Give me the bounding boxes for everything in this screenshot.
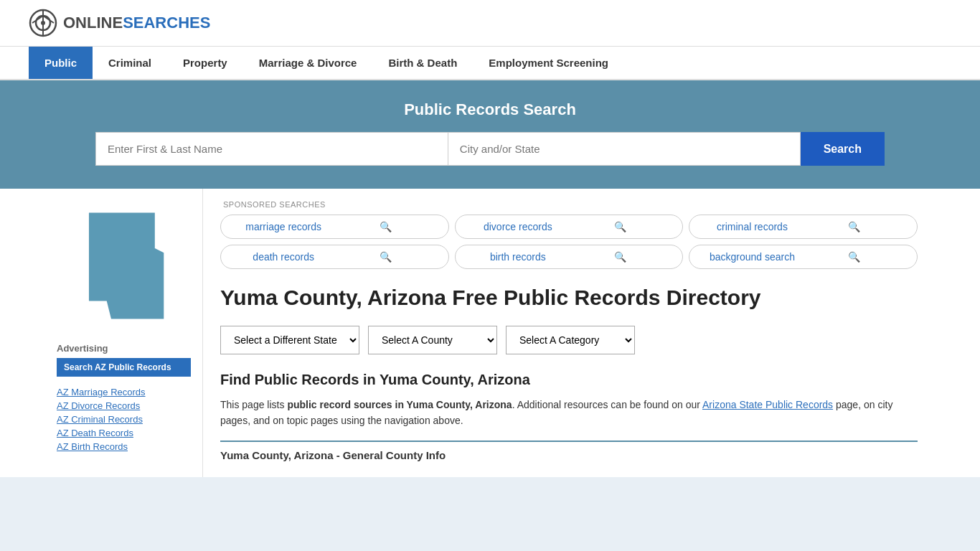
nav-item-employment[interactable]: Employment Screening bbox=[473, 47, 624, 79]
advertising-label: Advertising bbox=[57, 343, 191, 354]
sidebar: Advertising Search AZ Public Records AZ … bbox=[45, 189, 203, 477]
search-form: Search bbox=[95, 132, 885, 166]
search-icon-divorce: 🔍 bbox=[569, 221, 671, 232]
search-banner: Public Records Search Search bbox=[0, 80, 980, 189]
search-button[interactable]: Search bbox=[801, 132, 885, 166]
location-input[interactable] bbox=[448, 132, 801, 166]
dropdown-row: Select a Different State Select A County… bbox=[220, 326, 918, 354]
nav-item-marriage-divorce[interactable]: Marriage & Divorce bbox=[243, 47, 373, 79]
right-content: SPONSORED SEARCHES marriage records 🔍 di… bbox=[203, 189, 935, 477]
sponsored-tag-background[interactable]: background search 🔍 bbox=[689, 245, 918, 269]
logo-text: ONLINESEARCHES bbox=[63, 14, 210, 32]
county-info-header: Yuma County, Arizona - General County In… bbox=[220, 441, 918, 466]
main-content: Advertising Search AZ Public Records AZ … bbox=[45, 189, 935, 477]
svg-marker-6 bbox=[88, 212, 164, 320]
main-nav: Public Criminal Property Marriage & Divo… bbox=[0, 47, 980, 80]
sidebar-link-marriage[interactable]: AZ Marriage Records bbox=[57, 385, 191, 399]
nav-item-criminal[interactable]: Criminal bbox=[93, 47, 167, 79]
sponsored-label: SPONSORED SEARCHES bbox=[220, 200, 918, 209]
name-input[interactable] bbox=[95, 132, 448, 166]
sidebar-link-criminal[interactable]: AZ Criminal Records bbox=[57, 413, 191, 426]
page-title: Yuma County, Arizona Free Public Records… bbox=[220, 283, 918, 311]
search-icon-background: 🔍 bbox=[804, 251, 905, 263]
nav-item-birth-death[interactable]: Birth & Death bbox=[372, 47, 473, 79]
state-dropdown[interactable]: Select a Different State bbox=[220, 326, 359, 354]
sidebar-links: AZ Marriage Records AZ Divorce Records A… bbox=[57, 385, 191, 453]
sponsored-tag-death[interactable]: death records 🔍 bbox=[220, 245, 449, 269]
arizona-map bbox=[70, 203, 178, 329]
search-icon-death: 🔍 bbox=[334, 251, 436, 263]
logo[interactable]: ONLINESEARCHES bbox=[29, 9, 210, 37]
nav-item-public[interactable]: Public bbox=[29, 47, 93, 79]
sidebar-link-divorce[interactable]: AZ Divorce Records bbox=[57, 399, 191, 413]
logo-icon bbox=[29, 9, 57, 37]
search-az-button[interactable]: Search AZ Public Records bbox=[57, 358, 191, 377]
sponsored-tag-marriage[interactable]: marriage records 🔍 bbox=[220, 215, 449, 239]
find-desc: This page lists public record sources in… bbox=[220, 397, 918, 429]
sponsored-tag-divorce[interactable]: divorce records 🔍 bbox=[455, 215, 684, 239]
svg-point-5 bbox=[41, 21, 45, 25]
search-icon-criminal: 🔍 bbox=[804, 221, 905, 232]
sidebar-link-birth[interactable]: AZ Birth Records bbox=[57, 440, 191, 453]
search-icon-birth: 🔍 bbox=[569, 251, 671, 263]
arizona-state-link[interactable]: Arizona State Public Records bbox=[702, 399, 833, 410]
search-icon-marriage: 🔍 bbox=[334, 221, 436, 232]
content-area: Advertising Search AZ Public Records AZ … bbox=[45, 189, 935, 477]
county-dropdown[interactable]: Select A County bbox=[368, 326, 497, 354]
sponsored-tag-birth[interactable]: birth records 🔍 bbox=[455, 245, 684, 269]
find-title: Find Public Records in Yuma County, Ariz… bbox=[220, 372, 918, 388]
category-dropdown[interactable]: Select A Category bbox=[506, 326, 635, 354]
sponsored-tag-criminal[interactable]: criminal records 🔍 bbox=[689, 215, 918, 239]
nav-item-property[interactable]: Property bbox=[167, 47, 243, 79]
sidebar-link-death[interactable]: AZ Death Records bbox=[57, 426, 191, 440]
site-header: ONLINESEARCHES bbox=[0, 0, 980, 47]
search-banner-title: Public Records Search bbox=[29, 100, 951, 119]
sponsored-grid: marriage records 🔍 divorce records 🔍 cri… bbox=[220, 215, 918, 269]
